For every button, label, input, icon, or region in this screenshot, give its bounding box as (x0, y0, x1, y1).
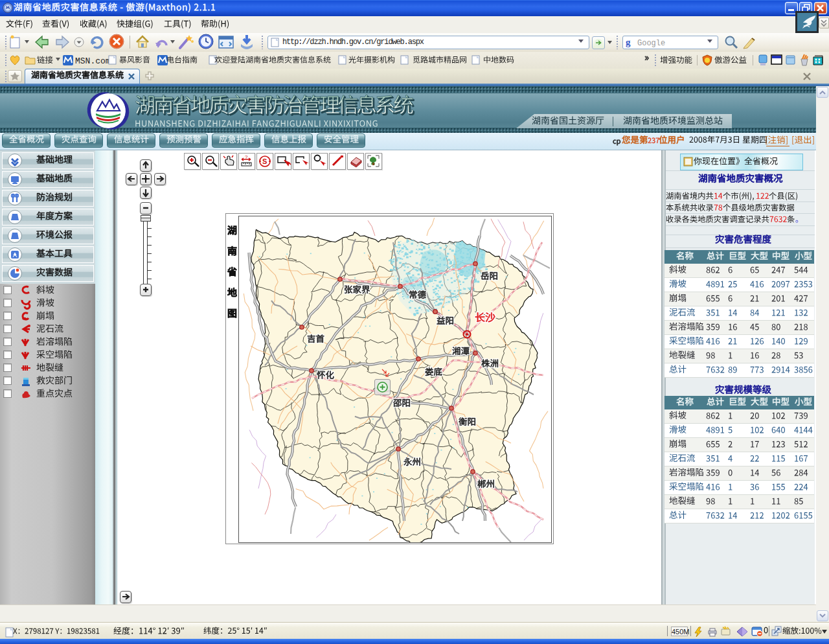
svg-text:S: S (262, 157, 267, 165)
svg-text:?: ? (245, 154, 248, 160)
